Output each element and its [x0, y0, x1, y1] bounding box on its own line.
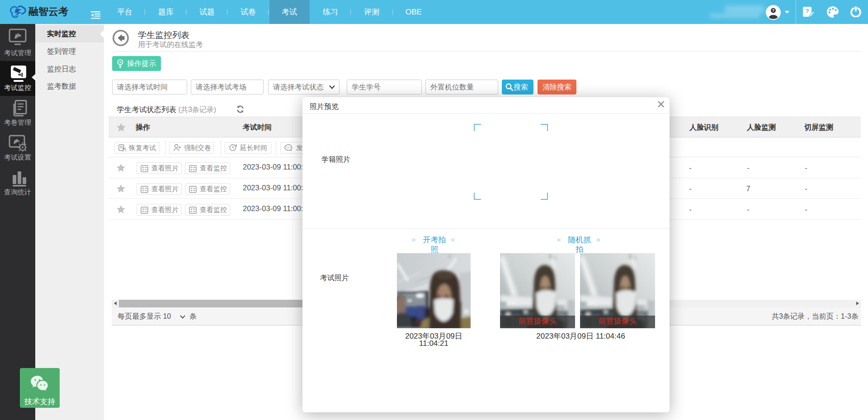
svg-text:?: ?: [806, 8, 809, 14]
svg-text:?: ?: [772, 8, 775, 13]
